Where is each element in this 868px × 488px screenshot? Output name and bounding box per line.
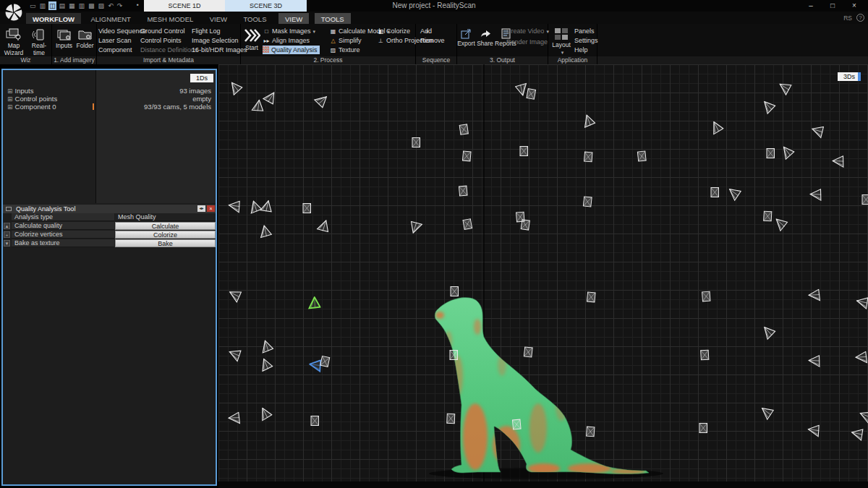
video-sequence-button[interactable]: Video Sequence (98, 27, 146, 35)
expander-icon[interactable]: ⊞ (7, 95, 13, 103)
inputs-button[interactable]: Inputs (54, 27, 74, 50)
map-wizard-button[interactable]: Map Wizard (1, 27, 26, 56)
close-panel-icon[interactable]: × (207, 205, 215, 212)
start-button[interactable]: Start (242, 26, 261, 52)
camera-frustum[interactable] (458, 184, 468, 197)
camera-frustum[interactable] (311, 90, 331, 111)
camera-frustum[interactable] (461, 150, 472, 162)
camera-frustum[interactable] (701, 291, 711, 303)
camera-frustum[interactable] (807, 288, 823, 304)
camera-frustum[interactable] (227, 411, 243, 427)
layout-strip-icon[interactable]: ▦ (68, 1, 76, 10)
tree-item-control-points[interactable]: ⊞Control points (7, 95, 57, 103)
camera-frustum[interactable] (854, 350, 868, 366)
distance-definitions-button[interactable]: Distance Definitions (140, 46, 198, 54)
colorize-vertices-button[interactable]: Colorize (115, 231, 216, 239)
analysis-type-value[interactable]: Mesh Quality (115, 213, 216, 221)
camera-frustum[interactable] (412, 137, 421, 148)
help-button[interactable]: Help (574, 46, 588, 54)
tool-panel-header[interactable]: Quality Analysis Tool ◂▸ × (3, 205, 216, 213)
camera-frustum[interactable] (258, 338, 274, 355)
camera-frustum[interactable] (255, 405, 274, 424)
camera-frustum[interactable] (450, 286, 459, 297)
camera-frustum[interactable] (699, 349, 710, 361)
camera-frustum[interactable] (446, 413, 456, 424)
side-down-button[interactable]: ▼ (4, 240, 10, 247)
share-button[interactable]: Share (476, 26, 494, 48)
camera-frustum[interactable] (314, 217, 333, 236)
camera-frustum[interactable] (809, 122, 828, 142)
camera-frustum[interactable] (310, 415, 320, 427)
minimize-button[interactable]: – (800, 0, 822, 12)
control-points-button[interactable]: Control Points (140, 36, 182, 45)
camera-frustum[interactable] (766, 147, 775, 159)
layout-strip-icon[interactable]: ▭ (29, 1, 37, 10)
folder-button[interactable]: Folder (75, 27, 95, 50)
close-button[interactable]: × (843, 0, 865, 12)
image-selection-button[interactable]: Image Selection (192, 36, 239, 45)
ground-control-button[interactable]: Ground Control (140, 27, 185, 35)
tab-scene-3d[interactable]: SCENE 3D (225, 0, 307, 12)
layout-strip-icon[interactable]: ▤ (59, 1, 67, 10)
camera-frustum[interactable] (707, 119, 726, 137)
maximize-button[interactable]: □ (822, 0, 843, 12)
viewport-3d[interactable]: 3Ds (218, 64, 868, 488)
camera-frustum[interactable] (775, 78, 795, 98)
camera-frustum[interactable] (519, 145, 529, 157)
camera-frustum-selected[interactable] (306, 296, 322, 312)
bake-button[interactable]: Bake (115, 239, 216, 247)
camera-frustum[interactable] (225, 286, 245, 306)
camera-frustum[interactable] (758, 97, 778, 117)
camera-frustum[interactable] (830, 153, 847, 170)
camera-frustum[interactable] (777, 142, 796, 162)
hdr-images-button[interactable]: 16-bit/HDR Images (192, 46, 247, 54)
camera-frustum[interactable] (519, 218, 530, 231)
camera-frustum[interactable] (585, 426, 595, 438)
tab-scene-1d[interactable]: SCENE 1D (144, 0, 225, 12)
camera-frustum[interactable] (461, 218, 473, 231)
calculate-button[interactable]: Calculate (115, 222, 216, 230)
camera-frustum[interactable] (583, 151, 593, 163)
export-button[interactable]: Export (457, 26, 475, 48)
layout-strip-icon[interactable]: ↶ (107, 1, 114, 10)
layout-strip-icon[interactable]: ↷ (116, 1, 124, 10)
layout-strip-icon[interactable]: ▥ (39, 1, 47, 10)
camera-frustum[interactable] (861, 194, 868, 205)
layout-strip-icon[interactable]: ▩ (88, 1, 95, 10)
side-plus-button[interactable]: + (4, 231, 10, 238)
camera-frustum[interactable] (699, 422, 708, 434)
camera-frustum[interactable] (511, 418, 522, 430)
camera-frustum[interactable] (806, 422, 823, 440)
flight-log-button[interactable]: Flight Log (192, 27, 221, 35)
tree-item-inputs[interactable]: ⊞Inputs (7, 87, 33, 95)
laser-scan-button[interactable]: Laser Scan (98, 36, 132, 45)
camera-frustum[interactable] (257, 224, 273, 240)
camera-frustum[interactable] (582, 195, 593, 207)
camera-frustum[interactable] (407, 218, 426, 237)
camera-frustum[interactable] (449, 349, 459, 361)
panel-collapse-icon[interactable] (6, 207, 12, 211)
camera-frustum[interactable] (808, 187, 825, 203)
camera-frustum[interactable] (710, 187, 720, 198)
align-images-button[interactable]: ▸▸Align Images (263, 36, 310, 45)
camera-frustum[interactable] (856, 406, 868, 426)
add-button[interactable]: Add (420, 27, 432, 35)
layout-strip-icon[interactable]: ◫ (48, 1, 56, 10)
viewport-layout-strip[interactable]: ▭▥◫▤▦▥▩▨↶↷ (29, 1, 123, 10)
camera-frustum[interactable] (523, 346, 534, 358)
camera-frustum[interactable] (525, 87, 537, 100)
mask-images-button[interactable]: □Mask Images▾ (263, 27, 315, 35)
layout-strip-icon[interactable]: ▥ (78, 1, 86, 10)
expander-icon[interactable]: ⊞ (7, 87, 13, 95)
camera-frustum[interactable] (586, 291, 596, 303)
scene-1d-panel[interactable]: ⊞Inputs ⊞Control points ⊞Component 0 1Ds… (1, 69, 217, 486)
help-icon[interactable]: ? (856, 14, 864, 22)
panels-button[interactable]: Panels (574, 27, 595, 35)
camera-frustum[interactable] (319, 355, 331, 368)
texture-button[interactable]: ▨Texture (329, 46, 360, 54)
camera-frustum[interactable] (762, 210, 773, 223)
dock-icon[interactable]: ◂▸ (197, 205, 205, 212)
camera-frustum[interactable] (854, 294, 868, 312)
camera-frustum[interactable] (226, 198, 244, 215)
expander-icon[interactable]: ⊞ (7, 103, 13, 111)
